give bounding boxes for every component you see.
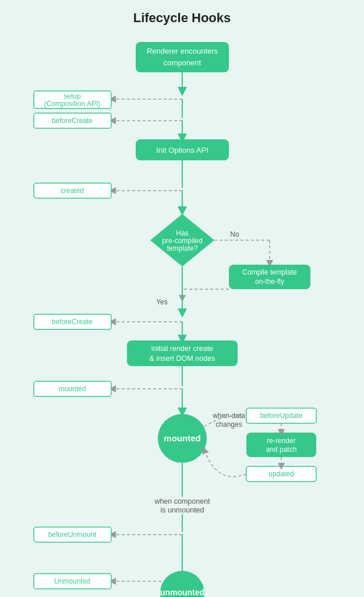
renderer-text-1: Renderer encounters bbox=[146, 47, 218, 55]
diamond-text-3: template? bbox=[167, 244, 197, 252]
yes-label: Yes bbox=[156, 298, 168, 306]
unmounted-hook-text: Unmounted bbox=[54, 577, 90, 585]
when-data-label-2: changes bbox=[215, 420, 242, 429]
lifecycle-diagram: Renderer encounters component setup (Com… bbox=[19, 36, 345, 597]
renderer-text-2: component bbox=[163, 58, 201, 67]
beforecreate-text-1: beforeCreate bbox=[51, 117, 92, 125]
unmounted-circle-text: unmounted bbox=[160, 588, 204, 597]
created-text: created bbox=[60, 187, 83, 195]
beforeupdate-text: beforeUpdate bbox=[260, 412, 302, 420]
beforeunmount-text: beforeUnmount bbox=[48, 531, 96, 539]
setup-text-2: (Composition API) bbox=[44, 100, 100, 108]
no-label: No bbox=[230, 230, 239, 238]
mounted-circle-text: mounted bbox=[164, 433, 200, 443]
rerender-text-2: and patch bbox=[266, 445, 296, 454]
initial-render-text-1: initial render create bbox=[151, 345, 213, 353]
diamond-text-1: Has bbox=[176, 229, 188, 237]
unmount-label-1: when component bbox=[154, 497, 210, 505]
beforemount-text: beforeCreate bbox=[51, 318, 92, 326]
setup-text-1: setup bbox=[63, 92, 81, 100]
diamond-text-2: pre-compiled bbox=[162, 237, 202, 245]
unmount-label-2: is unmounted bbox=[160, 506, 204, 514]
compile-text-1: Compile template bbox=[242, 268, 297, 276]
initial-render-text-2: & insert DOM nodes bbox=[149, 354, 215, 363]
loop-line-4 bbox=[204, 450, 246, 477]
compile-text-2: on-the-fly bbox=[255, 278, 284, 286]
mounted-hook-text: mounted bbox=[58, 385, 86, 393]
page-title: Lifecycle Hooks bbox=[133, 10, 231, 26]
init-options-text: Init Options API bbox=[156, 146, 208, 154]
diagram-svg: Renderer encounters component setup (Com… bbox=[19, 36, 345, 597]
rerender-text-1: re-render bbox=[267, 437, 295, 445]
updated-text: updated bbox=[268, 470, 294, 478]
